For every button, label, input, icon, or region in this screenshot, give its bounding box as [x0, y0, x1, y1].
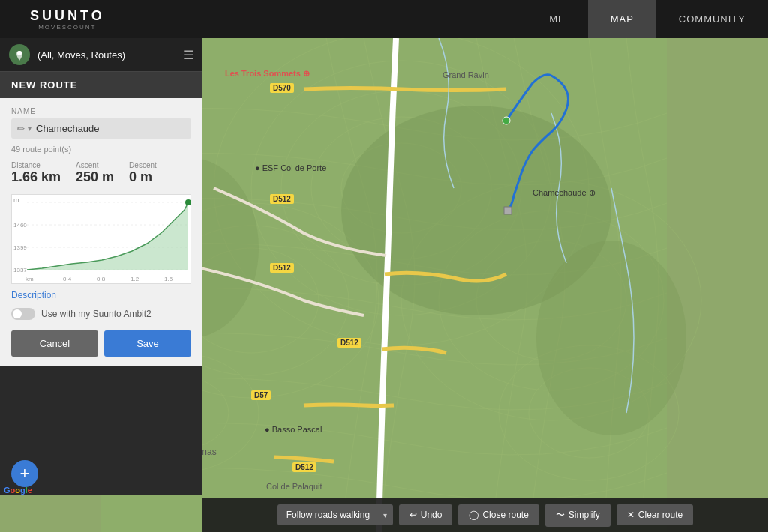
descent-label: Descent: [129, 161, 157, 169]
label-les-trois-sommets: Les Trois Sommets ⊕: [225, 69, 310, 79]
nav-community[interactable]: COMMUNITY: [656, 0, 768, 38]
simplify-icon: 〜: [556, 509, 565, 522]
save-button[interactable]: Save: [104, 330, 191, 357]
svg-point-7: [184, 248, 319, 353]
svg-point-15: [529, 368, 649, 458]
svg-point-5: [251, 61, 551, 315]
stats-row: Distance 1.66 km Ascent 250 m Descent 0 …: [11, 161, 191, 185]
follow-roads-select-wrap: Follow roads walking Follow roads cyclin…: [278, 504, 393, 525]
svg-text:1399: 1399: [14, 244, 27, 251]
clear-route-label: Clear route: [638, 510, 682, 520]
close-route-icon: ◯: [469, 510, 478, 520]
stat-ascent: Ascent 250 m: [76, 161, 114, 185]
ascent-value: 250 m: [76, 169, 114, 185]
toggle-row: Use with my Suunto Ambit2: [11, 308, 191, 320]
svg-point-3: [311, 117, 491, 259]
toggle-switch[interactable]: [11, 308, 35, 320]
close-route-label: Close route: [482, 510, 528, 520]
button-row: Cancel Save: [11, 330, 191, 357]
svg-point-18: [536, 241, 686, 435]
svg-rect-20: [504, 207, 512, 214]
google-logo: Google: [4, 486, 32, 495]
svg-text:0.4: 0.4: [63, 276, 72, 282]
svg-text:1.2: 1.2: [130, 276, 140, 282]
name-input-row[interactable]: ✏ ▾ Chamechaude: [11, 118, 191, 139]
description-link[interactable]: Description: [11, 290, 191, 300]
nav-me[interactable]: ME: [526, 0, 588, 38]
label-esf: ● ESF Col de Porte: [255, 163, 326, 172]
road-label-d512-3: D512: [338, 338, 362, 348]
svg-text:1460: 1460: [14, 222, 27, 229]
chevron-down-icon: ▾: [28, 124, 32, 133]
clear-route-button[interactable]: ✕ Clear route: [616, 504, 693, 525]
svg-point-12: [401, 181, 701, 420]
svg-point-21: [502, 117, 510, 124]
undo-button[interactable]: ↩ Undo: [399, 504, 453, 525]
road-label-d512-4: D512: [292, 462, 316, 472]
logo-sub: MOVESCOUNT: [38, 24, 96, 31]
svg-text:km: km: [26, 276, 34, 282]
ascent-label: Ascent: [76, 161, 114, 169]
road-label-d512-2: D512: [270, 263, 294, 273]
route-form: NAME ✏ ▾ Chamechaude 49 route point(s) D…: [0, 98, 202, 366]
header: SUUNTO MOVESCOUNT ME MAP COMMUNITY: [0, 0, 768, 38]
svg-point-4: [281, 91, 521, 285]
close-route-button[interactable]: ◯ Close route: [458, 504, 538, 525]
svg-text:1.6: 1.6: [164, 276, 173, 282]
nav-map[interactable]: MAP: [588, 0, 656, 38]
svg-text:0.8: 0.8: [97, 276, 106, 282]
logo: SUUNTO MOVESCOUNT: [0, 8, 135, 31]
clear-route-icon: ✕: [627, 510, 634, 520]
cancel-button[interactable]: Cancel: [11, 330, 98, 357]
label-chamechaude: Chamechaude ⊕: [532, 188, 596, 198]
new-route-header: NEW ROUTE: [0, 72, 202, 98]
road-label-d57-1: D57: [251, 390, 271, 400]
toggle-knob: [13, 309, 22, 318]
simplify-button[interactable]: 〜 Simplify: [545, 504, 610, 527]
route-points: 49 route point(s): [11, 145, 191, 154]
new-route-title: NEW ROUTE: [11, 79, 77, 91]
toggle-label: Use with my Suunto Ambit2: [41, 309, 152, 319]
svg-point-16: [499, 345, 679, 480]
route-name-value[interactable]: Chamechaude: [36, 123, 185, 134]
elevation-chart: m 1460 1399 1337 km 0.4 0.8 1.2 1.: [11, 194, 191, 284]
simplify-label: Simplify: [568, 510, 600, 520]
descent-value: 0 m: [129, 169, 157, 185]
svg-point-11: [439, 211, 664, 390]
stat-distance: Distance 1.66 km: [11, 161, 61, 185]
chart-unit: m: [14, 196, 20, 204]
label-grand-ravin: Grand Ravin: [442, 70, 489, 79]
svg-text:1337: 1337: [14, 267, 27, 273]
road-label-d570: D570: [270, 83, 294, 93]
sidebar: (All, Moves, Routes) ☰ NEW ROUTE NAME ✏ …: [0, 38, 202, 495]
svg-point-17: [341, 106, 611, 315]
follow-roads-select[interactable]: Follow roads walking Follow roads cyclin…: [278, 504, 393, 525]
pencil-icon: ✏: [17, 124, 25, 134]
stat-descent: Descent 0 m: [129, 161, 157, 185]
label-col-de-palaquit: Col de Palaquit: [266, 482, 322, 491]
sidebar-icon: [9, 44, 30, 65]
logo-name: SUUNTO: [30, 8, 105, 24]
distance-label: Distance: [11, 161, 61, 169]
undo-icon: ↩: [410, 510, 417, 520]
svg-point-35: [185, 199, 191, 205]
plus-button[interactable]: +: [11, 460, 38, 487]
sidebar-header: (All, Moves, Routes) ☰: [0, 38, 202, 72]
svg-point-2: [341, 143, 461, 233]
bottom-toolbar: Follow roads walking Follow roads cyclin…: [202, 498, 768, 532]
sidebar-title: (All, Moves, Routes): [38, 49, 183, 61]
label-basso-pascal: ● Basso Pascal: [265, 425, 322, 434]
new-route-panel: NEW ROUTE NAME ✏ ▾ Chamechaude 49 route …: [0, 72, 202, 366]
sidebar-menu-icon[interactable]: ☰: [183, 48, 194, 62]
svg-point-10: [476, 241, 626, 360]
undo-label: Undo: [421, 510, 442, 520]
road-label-d512-1: D512: [270, 194, 294, 204]
name-label: NAME: [11, 107, 191, 115]
distance-value: 1.66 km: [11, 169, 61, 185]
